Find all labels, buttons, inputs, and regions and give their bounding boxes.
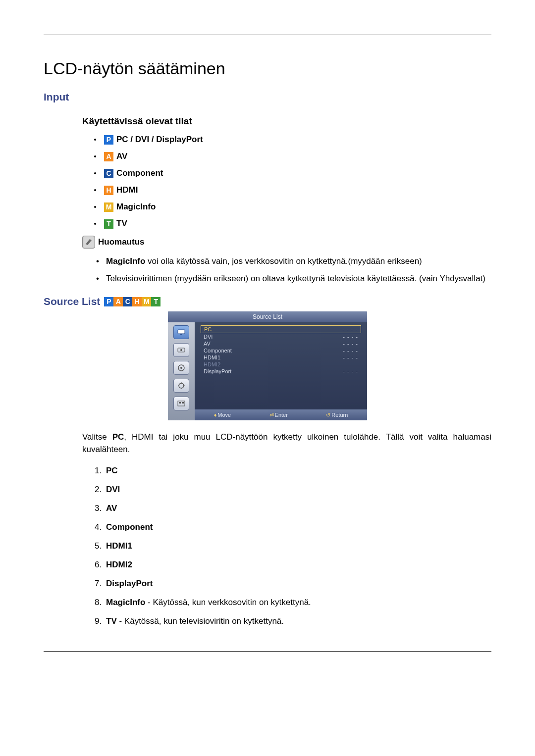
page-title: LCD-näytön säätäminen [44,59,491,78]
list-item: AV [104,504,491,513]
osd-side-icon [173,343,189,357]
mode-label: AV [116,151,127,161]
osd-body: PC- - - - DVI- - - - AV- - - - Component… [168,322,367,420]
bullet-icon [94,189,96,191]
list-bold: PC [106,466,118,475]
osd-side-icon [173,379,189,393]
mode-label: HDMI [116,185,138,195]
mode-item: MMagicInfo [94,202,491,212]
source-list-heading-row: Source List P A C H M T [44,296,491,307]
mode-list: PPC / DVI / DisplayPort AAV CComponent H… [44,135,491,229]
list-bold: DisplayPort [106,579,153,588]
osd-row-label: HDMI1 [204,354,220,360]
note-list: MagicInfo voi olla käytössä vain, jos ve… [82,255,491,285]
mode-item: AAV [94,151,491,161]
svg-point-5 [180,367,182,369]
top-rule [44,35,491,35]
badge-t-icon: T [104,219,113,229]
strip-p-icon: P [104,297,113,306]
osd-row: HDMI2 [201,361,361,368]
para-bold: PC [112,432,124,442]
svg-rect-8 [179,402,181,403]
svg-point-3 [180,349,182,351]
mode-label: TV [116,219,127,229]
badge-h-icon: H [104,186,113,195]
osd-row-value: - - - - [343,334,358,340]
osd-row: PC- - - - [201,325,361,333]
note-bold: MagicInfo [106,256,145,266]
osd-row-label: HDMI2 [204,361,220,367]
list-bold: HDMI2 [106,560,132,569]
list-text: - Käytössä, kun verkkosovitin on kytkett… [145,598,311,607]
badge-p-icon: P [104,135,113,145]
para-pre: Valitse [82,432,112,442]
list-item: Component [104,522,491,532]
osd-side-icon [173,397,189,410]
mode-item: TTV [94,219,491,229]
mode-item: PPC / DVI / DisplayPort [94,135,491,145]
available-modes-heading: Käytettävissä olevat tilat [44,116,491,127]
osd-row-value: - - - - [343,348,358,353]
note-item: Televisiovirittimen (myydään erikseen) o… [94,273,491,285]
osd-row-value: - - - - [343,341,358,347]
list-bold: TV [106,616,117,626]
list-item: HDMI2 [104,560,491,570]
osd-row-label: PC [204,326,212,332]
section-input-heading: Input [44,91,491,103]
osd-row-label: AV [204,341,211,347]
osd-sidebar [168,322,195,420]
osd-foot-return: ↺Return [326,412,348,418]
badge-m-icon: M [104,202,113,212]
list-item: DisplayPort [104,579,491,589]
list-item: DVI [104,485,491,495]
osd-main: PC- - - - DVI- - - - AV- - - - Component… [195,322,367,420]
osd-title-bar: Source List [168,311,367,322]
note-heading: Huomautus [82,236,491,249]
list-bold: HDMI1 [106,541,132,551]
osd-row: DisplayPort- - - - [201,368,361,375]
list-bold: Component [106,522,153,532]
osd-row: HDMI1- - - - [201,354,361,361]
osd-row: DVI- - - - [201,333,361,340]
list-item: MagicInfo - Käytössä, kun verkkosovitin … [104,598,491,607]
note-label: Huomautus [98,237,145,247]
list-item: TV - Käytössä, kun televisioviritin on k… [104,616,491,626]
note-text: voi olla käytössä vain, jos verkkosoviti… [145,256,422,266]
mode-label: Component [116,168,163,178]
svg-rect-0 [178,330,185,334]
source-list-paragraph: Valitse PC, HDMI tai joku muu LCD-näyttö… [44,431,491,455]
svg-rect-1 [180,334,182,335]
note-text: Televisiovirittimen (myydään erikseen) o… [106,274,485,283]
bottom-rule [44,651,491,652]
page: LCD-näytön säätäminen Input Käytettäviss… [0,0,535,756]
strip-c-icon: C [123,297,132,306]
note-item: MagicInfo voi olla käytössä vain, jos ve… [94,255,491,268]
bullet-icon [94,155,96,157]
osd-row: AV- - - - [201,340,361,347]
mode-label: MagicInfo [116,202,156,212]
list-item: HDMI1 [104,541,491,551]
osd-row-label: DVI [204,334,213,340]
list-text: - Käytössä, kun televisioviritin on kytk… [117,616,284,626]
list-bold: DVI [106,485,120,494]
osd-row-value: - - - - [343,368,358,374]
osd-foot-enter: ⏎Enter [269,412,288,418]
note-block: Huomautus MagicInfo voi olla käytössä va… [44,236,491,285]
list-item: PC [104,466,491,476]
bullet-icon [94,206,96,208]
osd-title: Source List [253,313,282,320]
osd-row: Component- - - - [201,347,361,354]
source-list-heading: Source List [44,296,100,307]
osd-side-icon [173,325,189,339]
osd-footer: ♦Move ⏎Enter ↺Return [195,409,367,420]
osd-row-label: DisplayPort [204,368,231,374]
mode-label: PC / DVI / DisplayPort [116,135,203,145]
svg-point-6 [179,383,184,388]
osd-row-label: Component [204,348,232,353]
mode-item: HHDMI [94,185,491,195]
strip-a-icon: A [113,297,123,306]
strip-h-icon: H [132,297,142,306]
svg-rect-9 [182,402,184,403]
osd-panel: Source List PC- - - - DVI- - - - AV- - -… [168,311,367,420]
bullet-icon [94,139,96,141]
